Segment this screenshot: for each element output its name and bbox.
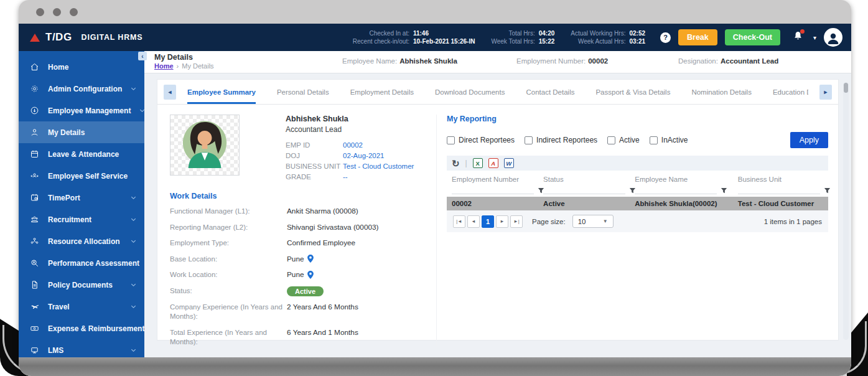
col-status: Status: [538, 171, 630, 184]
vertical-scrollbar: [843, 82, 849, 340]
status-filter-input[interactable]: [543, 186, 625, 194]
sidebar-item-employee-management[interactable]: Employee Management: [19, 100, 144, 121]
help-icon[interactable]: ?: [660, 32, 671, 43]
sidebar-item-travel[interactable]: Travel: [19, 296, 144, 317]
table-filter-row: [447, 184, 828, 197]
prev-page-button[interactable]: ◄: [467, 215, 480, 228]
tabs: Employee Summary Personal Details Employ…: [187, 80, 808, 104]
app-body: ‹ Home Admin Configuration Employee Mana…: [19, 51, 851, 357]
chevron-down-icon: [139, 107, 144, 114]
break-button[interactable]: Break: [678, 29, 717, 45]
business-unit-value: Test - Cloud Customer: [343, 162, 414, 170]
sidebar-item-admin-configuration[interactable]: Admin Configuration: [19, 78, 144, 100]
scrollbar-thumb[interactable]: [844, 83, 848, 93]
sidebar-item-recruitment[interactable]: Recruitment: [19, 209, 144, 230]
main-content: My Details Home › My Details Employee Na…: [144, 51, 851, 357]
direct-reportees-checkbox[interactable]: Direct Reportees: [447, 136, 515, 144]
chevron-down-icon: [130, 85, 137, 92]
sidebar-item-label: Expense & Reimbursement: [48, 324, 144, 333]
employee-designation: Accountant Lead: [286, 125, 414, 134]
sidebar-item-my-details[interactable]: My Details: [19, 121, 144, 143]
refresh-icon[interactable]: ↻: [452, 159, 460, 168]
window-titlebar: [19, 0, 851, 24]
table-row[interactable]: 00002 Active Abhishek Shukla(00002) Test…: [447, 197, 828, 210]
word-export-icon[interactable]: W: [504, 158, 514, 168]
checkbox-icon: [447, 136, 455, 144]
sidebar-item-performance-assessment[interactable]: Performance Assessment: [19, 252, 144, 274]
tab-personal-details[interactable]: Personal Details: [277, 80, 329, 104]
excel-export-icon[interactable]: X: [473, 158, 483, 168]
product-name: DIGITAL HRMS: [82, 33, 143, 42]
sidebar-item-label: LMS: [48, 346, 63, 355]
tab-passport-visa-details[interactable]: Passport & Visa Details: [595, 80, 670, 104]
screen: T/DG DIGITAL HRMS Checked In at: 11:46 R…: [0, 0, 868, 376]
sidebar-item-leave-attendance[interactable]: Leave & Attendance: [19, 143, 144, 165]
stat-label: Total Hrs:: [491, 30, 534, 37]
calendar-icon: [30, 149, 40, 159]
employment-number-field: Employment Number:00002: [516, 57, 608, 65]
chevron-down-icon: [130, 216, 137, 223]
tab-education-details[interactable]: Education Details: [773, 80, 808, 104]
sidebar-nav: Home Admin Configuration Employee Manage…: [19, 51, 144, 357]
first-page-button[interactable]: |◄: [453, 215, 465, 228]
header-actions: ? Break Check-Out ▾: [660, 28, 842, 47]
tabs-scroll-right-button[interactable]: ►: [819, 85, 832, 100]
chevron-down-icon: [130, 303, 137, 310]
emp-id-label: EMP ID: [286, 141, 343, 149]
location-pin-icon: [307, 255, 314, 263]
pdf-export-icon[interactable]: A: [488, 158, 498, 168]
sidebar-item-home[interactable]: Home: [19, 56, 144, 78]
cash-icon: [30, 324, 40, 333]
profile-caret-icon[interactable]: ▾: [813, 34, 816, 41]
sidebar-item-label: Employee Self Service: [48, 172, 128, 181]
employee-name-field: Employee Name:Abhishek Shukla: [342, 57, 457, 65]
sidebar-item-employee-self-service[interactable]: Employee Self Service: [19, 165, 144, 187]
window-dot[interactable]: [53, 8, 61, 16]
indirect-reportees-checkbox[interactable]: Indirect Reportees: [525, 136, 597, 144]
page-size-select[interactable]: 10 ▼: [572, 215, 614, 228]
user-avatar[interactable]: [824, 28, 842, 47]
last-page-button[interactable]: ►|: [510, 215, 523, 228]
apply-button[interactable]: Apply: [790, 132, 828, 148]
sidebar-item-label: Performance Assessment: [48, 259, 139, 268]
stat-value: 03:21: [629, 38, 645, 45]
tab-employment-details[interactable]: Employment Details: [350, 80, 414, 104]
current-page-button[interactable]: 1: [482, 215, 494, 228]
emp-id-value: 00002: [343, 141, 414, 149]
total-hrs-stats: Total Hrs: 04:20 Week Total Hrs: 15:22: [491, 30, 554, 45]
employment-number-filter-input[interactable]: [452, 186, 534, 194]
tab-employee-summary[interactable]: Employee Summary: [187, 80, 256, 104]
filter-funnel-icon[interactable]: [721, 187, 727, 194]
sidebar-item-policy-documents[interactable]: Policy Documents: [19, 274, 144, 296]
tab-contact-details[interactable]: Contact Details: [526, 80, 574, 104]
window-dot[interactable]: [36, 8, 44, 16]
lms-icon: [30, 345, 40, 355]
check-out-button[interactable]: Check-Out: [725, 29, 780, 45]
tabs-scroll-left-button[interactable]: ◄: [164, 85, 176, 100]
sidebar-item-lms[interactable]: LMS: [19, 339, 144, 357]
actual-hrs-stats: Actual Working Hrs: 02:52 Week Actual Hr…: [571, 30, 645, 45]
sidebar-item-timeport[interactable]: TimePort: [19, 187, 144, 209]
breadcrumb-home-link[interactable]: Home: [154, 62, 174, 70]
sidebar-item-expense-reimbursement[interactable]: Expense & Reimbursement: [19, 317, 144, 339]
tab-download-documents[interactable]: Download Documents: [435, 80, 505, 104]
notifications-bell-icon[interactable]: [793, 31, 803, 44]
active-checkbox[interactable]: Active: [607, 136, 640, 144]
sidebar-item-resource-allocation[interactable]: Resource Allocation: [19, 230, 144, 252]
tab-nomination-details[interactable]: Nomination Details: [691, 80, 752, 104]
checkin-stats: Checked In at: 11:46 Recent check-in/out…: [353, 30, 475, 45]
col-employment-number: Employment Number: [447, 171, 538, 184]
table-pagination: |◄ ◄ 1 ► ►| Page size: 10 ▼: [447, 210, 828, 232]
sidebar-collapse-button[interactable]: ‹: [138, 52, 147, 60]
next-page-button[interactable]: ►: [496, 215, 508, 228]
business-unit-label: BUSINESS UNIT: [286, 162, 343, 170]
page-size-label: Page size:: [532, 218, 566, 225]
inactive-checkbox[interactable]: InActive: [650, 136, 688, 144]
filter-funnel-icon[interactable]: [824, 187, 831, 194]
employee-name-filter-input[interactable]: [635, 186, 717, 194]
attendance-stats: Checked In at: 11:46 Recent check-in/out…: [353, 30, 645, 45]
window-dot[interactable]: [70, 8, 78, 16]
stat-label: Actual Working Hrs:: [571, 30, 625, 37]
search-person-icon: [30, 258, 40, 268]
business-unit-filter-input[interactable]: [738, 186, 820, 194]
